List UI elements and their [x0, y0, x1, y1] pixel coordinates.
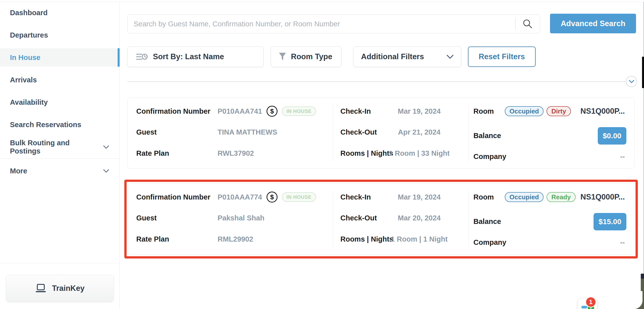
guest-label: Guest [136, 214, 218, 222]
rate-plan-label: Rate Plan [136, 149, 218, 157]
balance-label: Balance [474, 132, 501, 140]
housekeeping-badge: Ready [546, 192, 575, 202]
sidebar-footer-divider [0, 263, 120, 263]
room-number: NS1Q000P... [580, 104, 625, 118]
guest-label: Guest [136, 128, 218, 136]
check-in-date: Mar 19, 2024 [398, 193, 441, 201]
confirmation-label: Confirmation Number [136, 193, 218, 201]
company-label: Company [474, 153, 506, 161]
confirmation-number: P010AAA774 [218, 193, 262, 201]
room-label: Room [474, 193, 494, 201]
status-badge: IN HOUSE [282, 192, 316, 202]
room-label: Room [474, 107, 494, 115]
dollar-circle-icon: $ [266, 192, 278, 202]
occupancy-badge: Occupied [505, 192, 544, 202]
reservation-card[interactable]: Confirmation Number P010AAA774 $ IN HOUS… [127, 183, 634, 255]
chevron-down-icon [103, 145, 109, 149]
sidebar-item-label: In House [10, 54, 40, 62]
chevron-down-icon [103, 169, 109, 173]
sidebar-item-arrivals[interactable]: Arrivals [0, 71, 120, 89]
scrollbar-thumb [642, 57, 644, 88]
room-number: NS1Q000P... [580, 190, 625, 204]
balance-button[interactable]: $0.00 [598, 127, 626, 145]
sort-icon [136, 52, 148, 61]
advanced-search-button[interactable]: Advanced Search [550, 14, 636, 33]
company-value: -- [620, 153, 625, 161]
confirmation-number: P010AAA741 [218, 107, 262, 115]
dollar-circle-icon: $ [266, 106, 278, 117]
room-type-label: Room Type [291, 52, 332, 61]
check-in-label: Check-In [340, 193, 371, 201]
reservation-card[interactable]: Confirmation Number P010AAA741 $ IN HOUS… [127, 98, 634, 169]
funnel-icon [278, 52, 286, 61]
occupancy-badge: Occupied [505, 106, 544, 116]
check-out-date: Mar 20, 2024 [398, 214, 441, 222]
rate-plan-value: RWL37902 [218, 149, 254, 157]
status-badge: IN HOUSE [282, 107, 316, 116]
rooms-nights-value: 1 Room | 1 Night [391, 235, 448, 243]
sidebar-item-label: More [10, 167, 27, 175]
card-divider [333, 105, 333, 161]
check-in-label: Check-In [340, 107, 371, 115]
reset-filters-label: Reset Filters [479, 52, 525, 61]
confirmation-label: Confirmation Number [136, 107, 218, 115]
notification-badge: 1 [585, 296, 596, 307]
card-divider [333, 191, 333, 247]
sidebar-item-bulk-routing[interactable]: Bulk Routing and Postings [0, 138, 120, 156]
results-divider [127, 81, 626, 82]
check-out-date: Apr 21, 2024 [398, 128, 440, 136]
check-out-label: Check-Out [340, 128, 377, 136]
search-box [127, 15, 540, 33]
check-in-date: Mar 19, 2024 [398, 107, 441, 115]
sidebar-item-dashboard[interactable]: Dashboard [0, 4, 120, 22]
sidebar-item-label: Availability [10, 98, 48, 107]
sidebar-item-availability[interactable]: Availability [0, 93, 120, 111]
trainkey-button[interactable]: TrainKey [6, 275, 114, 302]
sidebar-item-label: Departures [10, 31, 48, 39]
collapse-toggle-button[interactable] [626, 76, 637, 87]
in-house-page: Dashboard Departures In House Arrivals A… [0, 0, 644, 309]
company-label: Company [474, 238, 506, 246]
guest-name: Pakshal Shah [218, 214, 264, 222]
additional-filters-label: Additional Filters [361, 52, 424, 61]
additional-filters-button[interactable]: Additional Filters [353, 47, 461, 67]
sort-by-button[interactable]: Sort By: Last Name [127, 47, 264, 67]
window-rounded-corner [622, 291, 642, 309]
sidebar-item-label: Bulk Routing and Postings [10, 139, 100, 155]
balance-label: Balance [474, 217, 501, 226]
chevron-down-icon [446, 55, 454, 59]
reset-filters-button[interactable]: Reset Filters [468, 47, 536, 67]
sidebar-item-in-house[interactable]: In House [0, 48, 120, 67]
sidebar-item-departures[interactable]: Departures [0, 26, 120, 44]
housekeeping-badge: Dirty [546, 106, 571, 116]
search-icon [522, 19, 533, 29]
card-divider [468, 105, 469, 161]
sort-by-label: Sort By: Last Name [153, 52, 224, 61]
search-button[interactable] [516, 19, 540, 29]
rooms-nights-value: 1 Room | 33 Night [389, 149, 450, 157]
trainkey-label: TrainKey [52, 284, 84, 293]
sidebar-item-label: Dashboard [10, 9, 48, 17]
guest-name: TINA MATTHEWS [218, 128, 277, 136]
rate-plan-label: Rate Plan [136, 235, 218, 243]
laptop-icon [35, 283, 46, 293]
sidebar-item-label: Search Reservations [10, 121, 81, 129]
check-out-label: Check-Out [340, 214, 377, 222]
balance-button[interactable]: $15.00 [594, 213, 626, 230]
sidebar-item-search-reservations[interactable]: Search Reservations [0, 115, 120, 134]
search-input[interactable] [128, 15, 515, 33]
sidebar-item-label: Arrivals [10, 76, 37, 84]
card-divider [468, 191, 469, 247]
sidebar-item-more[interactable]: More [0, 162, 120, 180]
sidebar-divider [0, 158, 120, 159]
room-type-filter-button[interactable]: Room Type [271, 47, 342, 67]
sidebar: Dashboard Departures In House Arrivals A… [0, 2, 120, 309]
company-value: -- [620, 238, 625, 246]
rate-plan-value: RML29902 [218, 235, 253, 243]
chevron-down-icon [629, 80, 634, 83]
